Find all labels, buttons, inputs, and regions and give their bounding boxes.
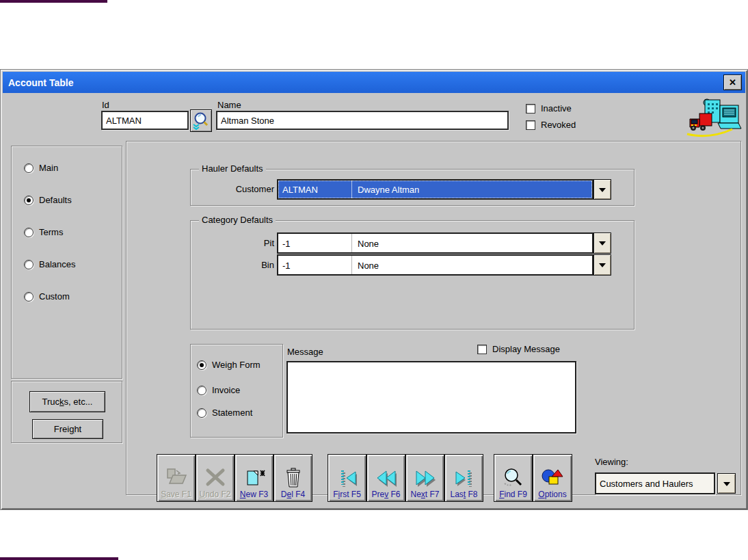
last-record-button[interactable]: Last F8 [444, 454, 483, 502]
nav-radio-custom-label: Custom [39, 291, 70, 302]
pit-dropdown-button[interactable] [593, 232, 611, 254]
find-label: Find F9 [499, 490, 527, 499]
next-record-icon [412, 468, 439, 489]
find-icon [500, 467, 527, 489]
bin-combobox[interactable]: -1 None [277, 254, 611, 276]
viewing-dropdown-button[interactable] [717, 473, 736, 494]
nav-radio-terms[interactable]: Terms [24, 227, 63, 237]
new-button[interactable]: New F3 [235, 454, 273, 502]
bin-name-value: None [358, 260, 379, 270]
column-divider [351, 256, 352, 274]
bin-label: Bin [190, 260, 274, 270]
revoked-checkbox[interactable]: Revoked [526, 120, 576, 130]
inactive-checkbox[interactable]: Inactive [526, 103, 572, 114]
freight-label: Freight [54, 424, 81, 434]
checkbox-icon [477, 345, 487, 354]
pit-label: Pit [190, 238, 274, 248]
checkbox-icon [526, 120, 535, 130]
display-message-checkbox[interactable]: Display Message [477, 344, 560, 354]
column-divider [351, 181, 352, 198]
prev-record-button[interactable]: Prev F6 [366, 454, 405, 502]
nav-radio-main[interactable]: Main [24, 163, 58, 173]
freight-button[interactable]: Freight [32, 419, 103, 439]
pit-name-value: None [358, 238, 379, 248]
options-button[interactable]: Options [533, 454, 572, 502]
id-input[interactable] [101, 111, 189, 130]
name-label: Name [217, 100, 241, 110]
pit-id-value: -1 [282, 238, 291, 248]
message-label: Message [287, 347, 323, 357]
undo-label: Undo F2 [199, 490, 230, 499]
save-icon [163, 467, 190, 489]
background-window-bottom-edge [0, 557, 118, 560]
close-icon: ✕ [729, 77, 736, 88]
lookup-button[interactable] [190, 109, 212, 132]
radio-icon [24, 228, 34, 237]
chevron-down-icon [723, 482, 730, 490]
viewing-value: Customers and Haulers [600, 479, 693, 489]
statement-label: Statement [212, 408, 252, 418]
weigh-form-label: Weigh Form [212, 360, 261, 370]
hauler-defaults-legend: Hauler Defaults [199, 163, 266, 174]
statement-radio[interactable]: Statement [197, 408, 252, 418]
new-label: New F3 [240, 490, 268, 499]
display-message-label: Display Message [492, 344, 560, 354]
first-record-icon [334, 468, 361, 489]
magnifier-icon [192, 111, 210, 131]
radio-icon [197, 408, 206, 418]
radio-icon [197, 360, 206, 370]
invoice-label: Invoice [212, 385, 240, 395]
nav-radio-custom[interactable]: Custom [24, 291, 70, 302]
customer-dropdown-button[interactable] [593, 179, 611, 200]
save-button[interactable]: Save F1 [157, 454, 196, 502]
delete-button[interactable]: Del F4 [273, 454, 312, 502]
last-record-icon [451, 468, 478, 489]
truck-computer-icon [684, 97, 742, 142]
id-label: Id [102, 100, 109, 110]
next-record-label: Next F7 [410, 490, 439, 499]
new-record-icon [241, 467, 268, 489]
inactive-label: Inactive [541, 103, 572, 114]
nav-radio-terms-label: Terms [39, 227, 63, 237]
bin-dropdown-button[interactable] [593, 254, 611, 276]
nav-radio-balances[interactable]: Balances [24, 259, 75, 269]
nav-radio-defaults[interactable]: Defaults [24, 195, 72, 205]
account-table-dialog: Account Table ✕ Id Name Inactive Revoked [0, 69, 748, 510]
first-record-button[interactable]: First F5 [328, 454, 366, 502]
weigh-form-radio[interactable]: Weigh Form [197, 360, 261, 370]
bin-combobox-field[interactable]: -1 None [277, 254, 593, 276]
undo-button[interactable]: Undo F2 [196, 454, 235, 502]
next-record-button[interactable]: Next F7 [405, 454, 444, 502]
customer-combobox[interactable]: ALTMAN Dwayne Altman [277, 179, 611, 200]
customer-combobox-field[interactable]: ALTMAN Dwayne Altman [277, 179, 593, 200]
column-divider [351, 234, 352, 252]
checkbox-icon [526, 104, 535, 114]
viewing-combobox[interactable]: Customers and Haulers [595, 472, 715, 494]
pit-combobox-field[interactable]: -1 None [277, 232, 593, 254]
nav-radio-main-label: Main [39, 163, 58, 173]
background-window-top-edge [0, 0, 107, 3]
customer-label: Customer [190, 184, 274, 194]
trucks-etc-button[interactable]: Trucks, etc... [29, 391, 105, 412]
customer-id-value: ALTMAN [282, 185, 318, 195]
revoked-label: Revoked [541, 120, 576, 130]
options-icon [539, 467, 566, 489]
save-label: Save F1 [161, 490, 191, 499]
message-textarea[interactable] [286, 361, 576, 434]
chevron-down-icon [599, 263, 606, 271]
customer-name-value: Dwayne Altman [358, 185, 419, 195]
find-button[interactable]: Find F9 [494, 454, 533, 502]
options-label: Options [538, 490, 566, 499]
viewing-label: Viewing: [595, 457, 628, 467]
radio-icon [24, 292, 34, 302]
nav-radio-balances-label: Balances [39, 259, 75, 269]
undo-icon [202, 467, 229, 489]
name-input[interactable] [216, 111, 509, 130]
invoice-radio[interactable]: Invoice [197, 385, 240, 395]
radio-icon [24, 196, 34, 205]
trucks-etc-label: Trucks, etc... [42, 397, 93, 407]
titlebar: Account Table ✕ [3, 72, 745, 93]
pit-combobox[interactable]: -1 None [277, 232, 611, 254]
nav-radio-defaults-label: Defaults [39, 195, 72, 205]
close-button[interactable]: ✕ [723, 75, 742, 90]
